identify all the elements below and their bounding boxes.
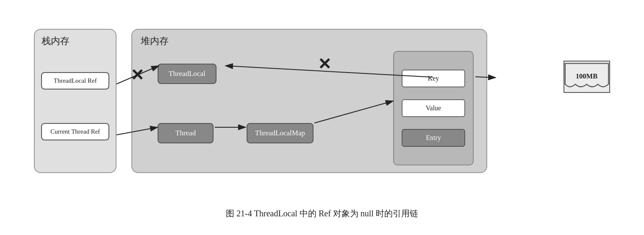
threadlocal-node: ThreadLocal — [158, 64, 217, 84]
current-thread-ref-box: Current Thread Ref — [41, 123, 109, 140]
threadlocalmap-node: ThreadLocalMap — [247, 123, 314, 143]
value-box: Value — [402, 99, 465, 117]
entry-box: Entry — [402, 129, 465, 147]
caption: 图 21-4 ThreadLocal 中的 Ref 对象为 null 时的引用链 — [226, 208, 418, 219]
heap-label: 堆内存 — [141, 35, 169, 48]
entry-group: KeyValueEntry — [393, 51, 474, 165]
size-container: 100MB — [564, 61, 610, 93]
thread-node: Thread — [158, 123, 214, 143]
heap-memory-box: 堆内存ThreadLocalThreadThreadLocalMapKeyVal… — [131, 29, 487, 173]
svg-text:100MB: 100MB — [576, 72, 598, 80]
size-box: 100MB — [564, 61, 610, 93]
stack-memory-box: 栈内存ThreadLocal RefCurrent Thread Ref — [34, 29, 117, 173]
stack-label: 栈内存 — [42, 35, 69, 48]
diagram-wrapper: 栈内存ThreadLocal RefCurrent Thread Ref堆内存T… — [30, 16, 614, 219]
diagram-area: 栈内存ThreadLocal RefCurrent Thread Ref堆内存T… — [30, 16, 614, 199]
bookmark-svg: 100MB — [564, 62, 609, 92]
threadlocal-ref-box: ThreadLocal Ref — [41, 72, 109, 90]
key-box: Key — [402, 70, 465, 87]
